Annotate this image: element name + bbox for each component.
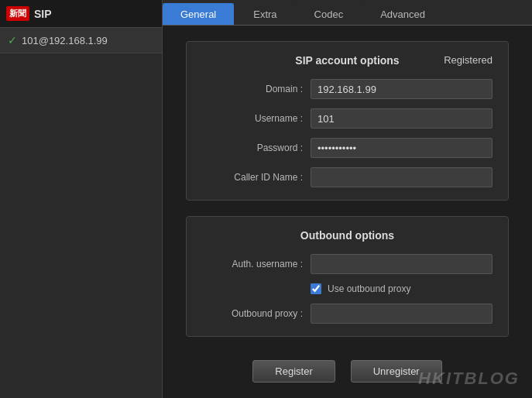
tab-advanced[interactable]: Advanced [362, 3, 443, 25]
outbound-proxy-label: Outbound proxy : [202, 308, 311, 319]
tab-codec[interactable]: Codec [297, 3, 362, 25]
sip-account-section-title: SIP account options Registered [202, 54, 493, 67]
username-row: Username : [202, 108, 493, 129]
outbound-proxy-row: Outbound proxy : [202, 304, 493, 324]
tab-extra[interactable]: Extra [235, 3, 294, 25]
outbound-section: Outbound options Auth. username : Use ou… [186, 216, 509, 337]
domain-label: Domain : [202, 84, 311, 94]
use-proxy-label: Use outbound proxy [328, 283, 410, 294]
username-label: Username : [202, 113, 311, 124]
username-input[interactable] [311, 108, 493, 129]
domain-row: Domain : [202, 79, 493, 99]
button-row: Register Unregister [186, 360, 509, 383]
auth-username-input[interactable] [311, 254, 493, 274]
unregister-button[interactable]: Unregister [351, 360, 442, 383]
sidebar: 新聞 SIP ✓ 101@192.168.1.99 [0, 0, 163, 398]
outbound-section-title: Outbound options [202, 229, 493, 242]
registration-status: Registered [444, 54, 493, 66]
password-row: Password : [202, 138, 493, 158]
password-input[interactable] [311, 138, 493, 158]
sidebar-account-item[interactable]: ✓ 101@192.168.1.99 [0, 28, 162, 53]
sidebar-logo: 新聞 [6, 6, 29, 21]
auth-username-row: Auth. username : [202, 254, 493, 274]
caller-id-input[interactable] [311, 167, 493, 187]
use-proxy-row: Use outbound proxy [202, 283, 493, 294]
register-button[interactable]: Register [252, 360, 335, 383]
outbound-proxy-input[interactable] [311, 304, 493, 324]
password-label: Password : [202, 142, 311, 153]
sidebar-header: 新聞 SIP [0, 0, 162, 28]
account-name: 101@192.168.1.99 [22, 35, 108, 46]
sidebar-title: SIP [34, 8, 52, 20]
tab-bar: General Extra Codec Advanced [163, 0, 532, 26]
domain-input[interactable] [311, 79, 493, 99]
caller-id-row: Caller ID Name : [202, 167, 493, 187]
main-panel: SIP account options Registered Domain : … [163, 26, 532, 398]
caller-id-label: Caller ID Name : [202, 172, 311, 183]
content-area: General Extra Codec Advanced SIP account… [163, 0, 532, 398]
auth-username-label: Auth. username : [202, 259, 311, 269]
account-status-icon: ✓ [8, 34, 17, 46]
use-proxy-checkbox[interactable] [311, 283, 321, 294]
tab-general[interactable]: General [163, 3, 234, 25]
sip-account-section: SIP account options Registered Domain : … [186, 41, 509, 201]
